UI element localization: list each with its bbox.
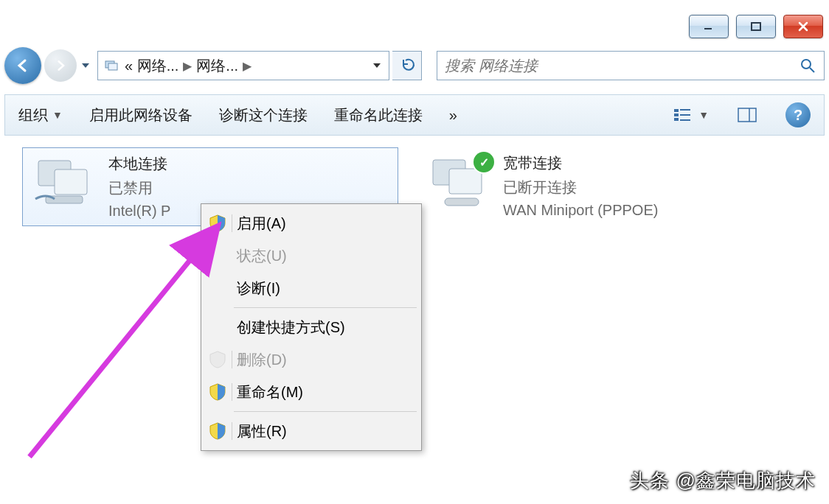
menu-item-create-shortcut[interactable]: 创建快捷方式(S) <box>203 311 420 343</box>
connection-device: Intel(R) P <box>108 203 170 220</box>
watermark-text: 头条 @鑫荣电脑技术 <box>630 468 816 494</box>
chevron-down-icon: ▼ <box>698 109 709 121</box>
svg-rect-6 <box>674 109 679 112</box>
svg-rect-10 <box>674 118 679 121</box>
forward-button[interactable] <box>44 49 77 82</box>
navigation-bar: « 网络... ▶ 网络... ▶ <box>4 47 825 84</box>
organize-menu[interactable]: 组织 ▼ <box>14 102 67 128</box>
menu-label: 启用(A) <box>232 214 420 234</box>
connection-status: 已断开连接 <box>503 178 658 197</box>
close-button[interactable] <box>783 15 823 38</box>
menu-item-properties[interactable]: 属性(R) <box>203 415 420 447</box>
connection-title: 本地连接 <box>108 154 170 174</box>
breadcrumb-part2[interactable]: 网络... <box>193 52 241 80</box>
svg-line-5 <box>810 68 814 72</box>
network-adapter-icon: ✓ <box>425 153 493 211</box>
minimize-button[interactable] <box>689 15 729 38</box>
svg-rect-8 <box>674 113 679 116</box>
menu-item-diagnose[interactable]: 诊断(I) <box>203 272 420 304</box>
enable-device-label: 启用此网络设备 <box>89 105 192 125</box>
menu-item-enable[interactable]: 启用(A) <box>203 207 420 239</box>
breadcrumb-part1[interactable]: « 网络... <box>122 52 181 80</box>
command-bar: 组织 ▼ 启用此网络设备 诊断这个连接 重命名此连接 » ▼ ? <box>4 94 825 136</box>
shield-icon <box>203 422 232 440</box>
window-controls <box>689 15 823 38</box>
menu-label: 创建快捷方式(S) <box>232 318 420 337</box>
overflow-button[interactable]: » <box>445 104 462 127</box>
menu-label: 状态(U) <box>232 246 420 266</box>
menu-item-status: 状态(U) <box>203 239 420 272</box>
network-adapter-icon <box>30 154 98 211</box>
search-input[interactable] <box>443 57 797 75</box>
menu-label: 属性(R) <box>232 421 420 441</box>
shield-icon <box>203 351 232 368</box>
svg-rect-3 <box>108 63 117 70</box>
svg-rect-9 <box>680 114 690 116</box>
breadcrumb-separator: ▶ <box>241 59 253 73</box>
view-icon <box>670 103 694 127</box>
view-options-button[interactable]: ▼ <box>666 100 713 130</box>
help-button[interactable]: ? <box>781 99 815 130</box>
menu-item-delete: 删除(D) <box>203 343 420 376</box>
history-dropdown[interactable] <box>80 49 91 82</box>
svg-rect-11 <box>680 119 690 121</box>
preview-pane-icon <box>735 103 759 127</box>
organize-label: 组织 <box>18 105 48 125</box>
address-dropdown[interactable] <box>368 63 386 68</box>
svg-rect-19 <box>445 198 479 206</box>
enable-device-button[interactable]: 启用此网络设备 <box>85 102 197 128</box>
svg-point-4 <box>802 60 811 69</box>
back-button[interactable] <box>4 47 41 84</box>
connection-status: 已禁用 <box>108 178 170 198</box>
search-box[interactable] <box>437 51 825 80</box>
context-menu: 启用(A) 状态(U) 诊断(I) 创建快捷方式(S) 删除(D) 重命名(M)… <box>201 203 422 451</box>
svg-rect-18 <box>449 169 482 194</box>
svg-rect-7 <box>680 109 690 111</box>
address-bar[interactable]: « 网络... ▶ 网络... ▶ <box>97 51 389 80</box>
connection-details: 本地连接 已禁用 Intel(R) P <box>108 154 170 220</box>
network-location-icon <box>101 52 122 80</box>
refresh-button[interactable] <box>392 51 422 80</box>
breadcrumb-separator: ▶ <box>181 59 193 73</box>
overflow-label: » <box>449 107 457 124</box>
preview-pane-button[interactable] <box>731 100 763 130</box>
menu-label: 重命名(M) <box>232 382 420 402</box>
shield-icon <box>203 383 232 401</box>
menu-item-rename[interactable]: 重命名(M) <box>203 376 420 408</box>
search-icon[interactable] <box>797 55 818 76</box>
svg-rect-1 <box>752 23 760 30</box>
rename-connection-button[interactable]: 重命名此连接 <box>330 102 427 128</box>
menu-label: 删除(D) <box>232 350 420 370</box>
connection-item-broadband[interactable]: ✓ 宽带连接 已断开连接 WAN Miniport (PPPOE) <box>417 147 794 225</box>
connection-device: WAN Miniport (PPPOE) <box>503 202 658 219</box>
help-icon: ? <box>785 102 811 127</box>
connection-details: 宽带连接 已断开连接 WAN Miniport (PPPOE) <box>503 153 658 219</box>
diagnose-connection-button[interactable]: 诊断这个连接 <box>215 102 312 128</box>
chevron-down-icon: ▼ <box>52 109 63 121</box>
maximize-button[interactable] <box>736 15 776 38</box>
check-icon: ✓ <box>474 152 494 172</box>
rename-label: 重命名此连接 <box>334 105 423 125</box>
shield-icon <box>203 214 232 232</box>
menu-label: 诊断(I) <box>232 279 420 298</box>
connection-title: 宽带连接 <box>503 153 658 173</box>
svg-rect-15 <box>55 169 87 195</box>
svg-rect-12 <box>738 108 756 122</box>
diagnose-label: 诊断这个连接 <box>219 105 308 125</box>
